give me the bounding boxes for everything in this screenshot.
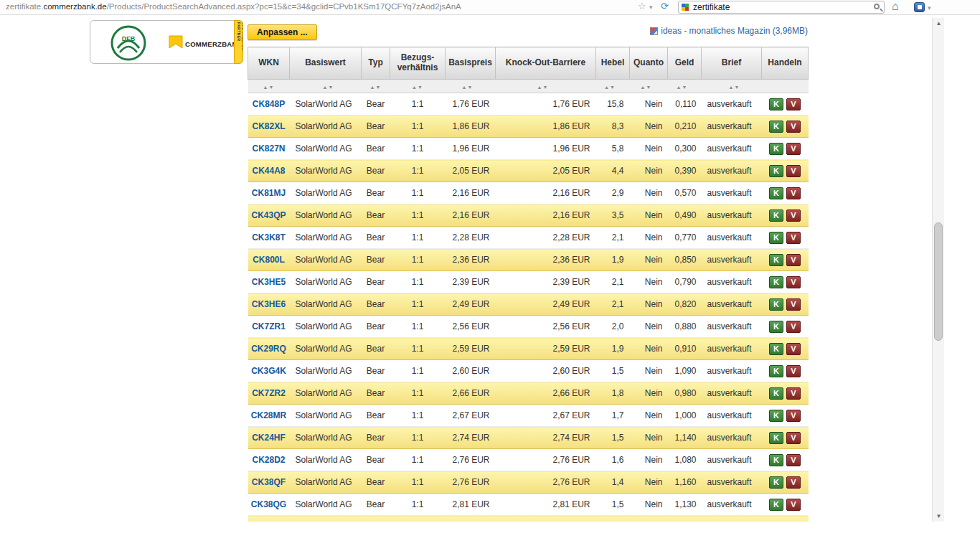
verkaufen-button[interactable]: V — [786, 232, 801, 244]
scrollbar-thumb[interactable] — [934, 222, 943, 341]
kaufen-button[interactable]: K — [769, 121, 783, 133]
column-header-geld[interactable]: Geld — [668, 47, 702, 80]
cell-basiswert: SolarWorld AG — [290, 138, 362, 160]
column-header-basiswert[interactable]: Basiswert — [290, 47, 362, 80]
kaufen-button[interactable]: K — [769, 499, 783, 511]
scroll-up-icon[interactable]: ▲ — [933, 18, 945, 29]
verkaufen-button[interactable]: V — [786, 432, 801, 444]
wkn-link[interactable]: CK3HE5 — [252, 277, 286, 287]
verkaufen-button[interactable]: V — [786, 387, 801, 400]
verkaufen-button[interactable]: V — [786, 454, 801, 466]
kaufen-button[interactable]: K — [769, 454, 783, 466]
verkaufen-button[interactable]: V — [786, 321, 801, 333]
verkaufen-button[interactable]: V — [786, 121, 801, 133]
wkn-link[interactable]: CK38QG — [251, 499, 286, 509]
sort-arrows-icon[interactable]: ▲▼ — [263, 85, 275, 90]
wkn-link[interactable]: CK38QF — [252, 477, 286, 487]
wkn-link[interactable]: CK28D2 — [252, 455, 285, 465]
sort-arrows-icon[interactable]: ▲▼ — [537, 85, 549, 90]
verkaufen-button[interactable]: V — [786, 410, 801, 422]
wkn-link[interactable]: CK800L — [253, 255, 285, 265]
kaufen-button[interactable]: K — [769, 476, 783, 489]
sort-arrows-icon[interactable]: ▲▼ — [412, 85, 423, 90]
wkn-link[interactable]: CK7ZR1 — [252, 321, 286, 331]
sort-arrows-icon[interactable]: ▲▼ — [677, 85, 688, 90]
search-engine-icon[interactable] — [682, 4, 689, 11]
verkaufen-button[interactable]: V — [786, 365, 801, 377]
kaufen-button[interactable]: K — [769, 410, 783, 422]
scroll-down-icon[interactable]: ▼ — [933, 511, 945, 522]
kaufen-button[interactable]: K — [769, 387, 783, 400]
column-header-handeln[interactable]: Handeln — [762, 47, 809, 80]
wkn-link[interactable]: CK81MJ — [252, 188, 286, 198]
column-header-knockout-barriere[interactable]: Knock-Out-Barriere — [496, 47, 596, 80]
verkaufen-button[interactable]: V — [786, 343, 801, 355]
cell-basiswert: SolarWorld AG — [290, 494, 362, 516]
search-icon[interactable] — [874, 4, 880, 9]
search-input[interactable] — [693, 1, 865, 13]
url-dropdown-icon[interactable]: ▾ — [649, 4, 653, 11]
sort-arrows-icon[interactable]: ▲▼ — [462, 85, 473, 90]
wkn-link[interactable]: CK24HF — [252, 433, 286, 443]
wkn-link[interactable]: CK43QP — [251, 210, 286, 220]
anpassen-button[interactable]: Anpassen ... — [248, 24, 317, 40]
kaufen-button[interactable]: K — [769, 321, 783, 333]
column-header-quanto[interactable]: Quanto — [630, 47, 668, 80]
reload-icon[interactable]: ⟳ — [661, 1, 669, 11]
kaufen-button[interactable]: K — [769, 209, 783, 222]
verkaufen-button[interactable]: V — [786, 476, 801, 489]
sort-arrows-icon[interactable]: ▲▼ — [370, 85, 382, 90]
kaufen-button[interactable]: K — [769, 98, 783, 110]
verkaufen-button[interactable]: V — [786, 187, 801, 199]
wkn-link[interactable]: CK3G4K — [251, 366, 286, 376]
verkaufen-button[interactable]: V — [786, 209, 801, 222]
wkn-link[interactable]: CK28MR — [251, 410, 286, 420]
home-icon[interactable]: ⌂ — [892, 0, 899, 13]
sort-arrows-icon[interactable]: ▲▼ — [641, 85, 652, 90]
cell-knockout-barriere: 2,16 EUR — [496, 204, 596, 227]
sort-arrows-icon[interactable]: ▲▼ — [604, 85, 616, 90]
wkn-link[interactable]: CK29RQ — [251, 344, 286, 354]
wkn-link[interactable]: CK7ZR2 — [252, 388, 286, 398]
verkaufen-button[interactable]: V — [786, 143, 801, 155]
verkaufen-button[interactable]: V — [786, 98, 801, 110]
sort-arrows-icon[interactable]: ▲▼ — [729, 85, 740, 90]
url-bar[interactable]: zertifikate.commerzbank.de/Products/Prod… — [6, 2, 461, 11]
column-header-wkn[interactable]: WKN — [248, 47, 290, 80]
page-scrollbar[interactable]: ▲ ▼ — [932, 18, 944, 522]
column-header-basispreis[interactable]: Basispreis — [446, 47, 496, 80]
verkaufen-button[interactable]: V — [786, 298, 801, 311]
wkn-link[interactable]: CK3K8T — [252, 232, 286, 242]
kaufen-button[interactable]: K — [769, 254, 783, 266]
kaufen-button[interactable]: K — [769, 276, 783, 288]
cell-hebel: 3,5 — [596, 204, 630, 227]
sort-arrows-icon[interactable]: ▲▼ — [323, 85, 334, 90]
extension-dropdown-icon[interactable]: ▾ — [928, 4, 931, 11]
wkn-link[interactable]: CK848P — [253, 99, 285, 109]
search-box[interactable] — [678, 1, 885, 14]
column-header-bezugsverhaeltnis[interactable]: Bezugs-verhältnis — [390, 47, 446, 80]
wkn-link[interactable]: CK44A8 — [252, 166, 285, 176]
verkaufen-button[interactable]: V — [786, 254, 801, 266]
bookmark-star-icon[interactable]: ☆ — [638, 1, 646, 11]
kaufen-button[interactable]: K — [769, 187, 783, 199]
wkn-link[interactable]: CK82XL — [252, 121, 285, 131]
column-header-brief[interactable]: Brief — [702, 47, 762, 80]
wkn-link[interactable]: CK3HE6 — [252, 299, 286, 309]
verkaufen-button[interactable]: V — [786, 165, 801, 177]
kaufen-button[interactable]: K — [769, 432, 783, 444]
column-header-typ[interactable]: Typ — [362, 47, 390, 80]
cell-hebel: 1,6 — [596, 449, 630, 471]
kaufen-button[interactable]: K — [769, 165, 783, 177]
kaufen-button[interactable]: K — [769, 143, 783, 155]
verkaufen-button[interactable]: V — [786, 499, 801, 511]
wkn-link[interactable]: CK827N — [252, 143, 285, 154]
ideas-magazine-link[interactable]: ideas - monatliches Magazin (3,96MB) — [650, 26, 808, 36]
verkaufen-button[interactable]: V — [786, 276, 801, 288]
column-header-hebel[interactable]: Hebel — [596, 47, 630, 80]
kaufen-button[interactable]: K — [769, 298, 783, 311]
kaufen-button[interactable]: K — [769, 232, 783, 244]
kaufen-button[interactable]: K — [769, 343, 783, 355]
toolbar-extension-icon[interactable] — [914, 2, 925, 12]
kaufen-button[interactable]: K — [769, 365, 783, 377]
